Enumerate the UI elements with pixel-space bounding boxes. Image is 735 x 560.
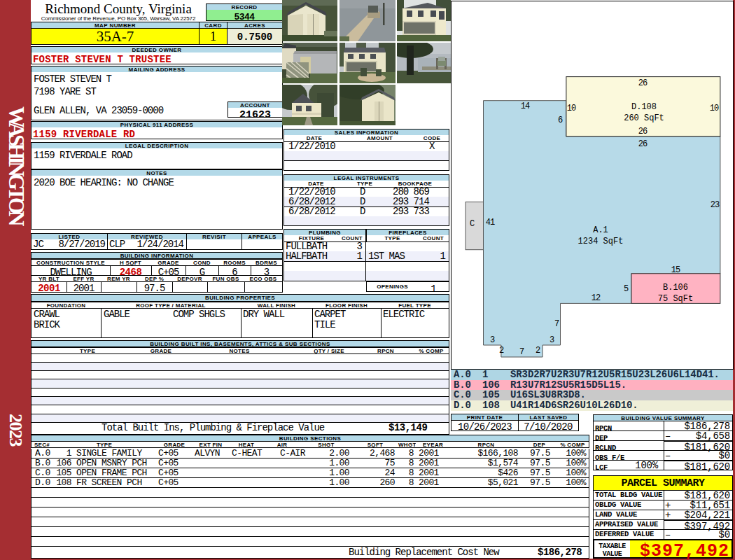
svg-text:7: 7 — [554, 319, 559, 329]
svg-text:D.108: D.108 — [631, 102, 657, 112]
svg-text:3: 3 — [550, 335, 554, 345]
svg-text:6: 6 — [558, 115, 563, 125]
svg-text:260 SqFt: 260 SqFt — [624, 113, 664, 123]
svg-text:B.106: B.106 — [663, 283, 688, 293]
svg-text:26: 26 — [638, 127, 648, 136]
svg-text:26: 26 — [638, 78, 648, 88]
svg-text:10: 10 — [710, 104, 719, 113]
svg-text:7: 7 — [519, 347, 524, 357]
svg-text:1234 SqFt: 1234 SqFt — [578, 237, 624, 246]
svg-text:2: 2 — [499, 346, 504, 356]
svg-text:14: 14 — [521, 102, 530, 111]
svg-text:A.1: A.1 — [593, 225, 608, 235]
svg-text:26: 26 — [638, 139, 648, 149]
svg-text:23: 23 — [710, 200, 720, 210]
svg-text:5: 5 — [624, 284, 629, 294]
svg-text:15: 15 — [671, 265, 680, 275]
svg-text:75 SqFt: 75 SqFt — [658, 294, 693, 304]
svg-text:12: 12 — [592, 293, 601, 303]
svg-text:10: 10 — [567, 104, 576, 113]
svg-text:3: 3 — [490, 335, 495, 345]
svg-text:41: 41 — [486, 218, 495, 227]
svg-text:2: 2 — [536, 346, 540, 356]
svg-text:C: C — [470, 219, 475, 229]
